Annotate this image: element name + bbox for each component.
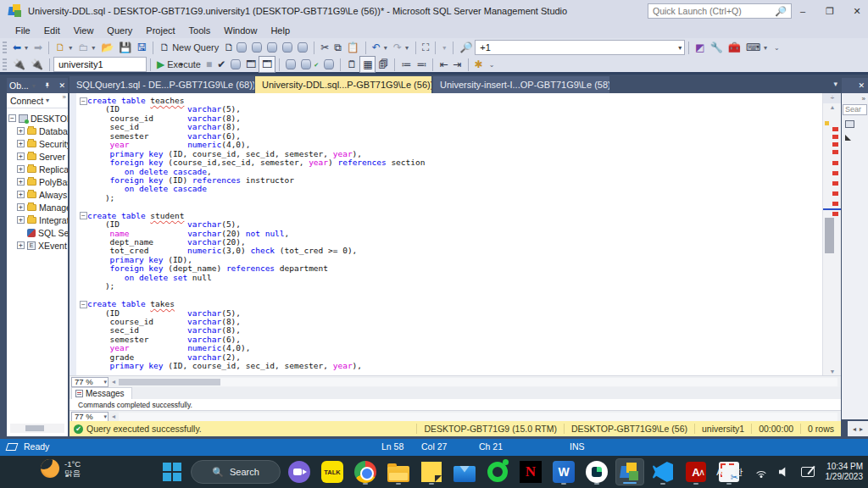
close-icon[interactable]: ✕ [58, 81, 65, 90]
tray-clock[interactable]: 10:34 PM 1/29/2023 [826, 462, 864, 482]
connect-button[interactable]: Connect [10, 96, 43, 106]
disabled-combo-caret[interactable]: ▾ [439, 39, 449, 56]
parse-button[interactable]: ✔ [214, 56, 228, 73]
selector-tool-button[interactable]: ⛶ [420, 39, 431, 56]
toolbar-grip[interactable] [3, 58, 7, 70]
tab-university-ddl-active[interactable]: University-DDL.sql...P-GBT71G9\Le (56))*… [255, 76, 431, 93]
expand-icon[interactable]: + [17, 191, 25, 198]
menu-window[interactable]: Window [217, 24, 264, 37]
taskbar-app-chrome[interactable] [351, 458, 380, 485]
fold-collapse-icon[interactable]: − [80, 212, 87, 219]
sqlcmd-mode-button[interactable] [321, 56, 337, 73]
taskbar-app-netflix[interactable]: N [516, 458, 545, 485]
toolbox-icon[interactable]: 🧰 [726, 39, 743, 56]
right-panel-header[interactable]: ✕ [842, 78, 868, 93]
expand-icon[interactable]: + [17, 152, 25, 160]
right-panel-search-input[interactable]: Sear [843, 104, 867, 115]
code-line[interactable]: ); [76, 282, 821, 291]
results-to-grid-button[interactable]: ▦ [359, 56, 376, 73]
overflow-chevron-icon[interactable]: » [63, 93, 66, 101]
expand-icon[interactable]: + [17, 203, 25, 211]
new-mds-query-button[interactable]: 🗋 [221, 39, 249, 56]
add-item-button[interactable]: 🗀▾ [75, 39, 98, 56]
pen-tablet-icon[interactable] [801, 467, 815, 477]
scroll-left-arrow[interactable]: ◂ [108, 378, 119, 385]
editor-hscrollbar[interactable] [119, 378, 837, 386]
editor-vscrollbar[interactable]: ÷ ▲ ▼ [822, 93, 841, 375]
taskbar-app-word[interactable]: W [549, 458, 578, 485]
command-window-button[interactable]: ⌨▾ [743, 39, 771, 56]
scroll-down-arrow[interactable]: ▼ [823, 369, 841, 374]
redo-button[interactable]: ↷▾ [391, 39, 412, 56]
restore-button[interactable]: ❐ [824, 6, 836, 17]
tray-ime-latin[interactable]: A [716, 467, 722, 477]
new-mdx-query-button[interactable] [264, 39, 280, 56]
code-line[interactable] [76, 202, 821, 211]
navigate-back-button[interactable]: ⬅▾ [10, 39, 31, 56]
display-estimated-plan-button[interactable] [228, 56, 243, 73]
save-button[interactable]: 💾 [116, 39, 134, 56]
menu-edit[interactable]: Edit [37, 24, 67, 37]
new-dmx-query-button[interactable] [249, 39, 264, 56]
taskbar-app-mcircle[interactable] [582, 458, 611, 485]
wrench-icon[interactable]: 🔧 [708, 39, 726, 56]
taskbar-app-video[interactable] [285, 458, 314, 485]
menu-query[interactable]: Query [100, 24, 139, 37]
code-line[interactable]: ); [76, 194, 821, 202]
taskbar-app-ssms-active[interactable] [615, 458, 644, 485]
toolbar-overflow[interactable]: ⌄ [486, 56, 498, 73]
include-client-stats-button[interactable]: ✔ [298, 56, 321, 73]
decrease-indent-button[interactable]: ⇤ [437, 56, 450, 73]
tree-node-management[interactable]: +Manage [7, 201, 68, 214]
connect-toolbar[interactable]: Connect ▾ » [7, 93, 68, 108]
copy-button[interactable]: ⧉ [331, 39, 344, 56]
comment-button[interactable]: ≔ [398, 56, 414, 73]
collapse-icon[interactable]: − [8, 114, 16, 122]
tab-messages[interactable]: Messages [71, 387, 132, 399]
object-explorer-hscrollbar[interactable] [10, 424, 64, 433]
tree-node-replication[interactable]: +Replicati [7, 163, 68, 175]
database-combo[interactable]: ▾ [53, 57, 147, 72]
intellisense-button[interactable] [283, 56, 298, 73]
messages-hscrollbar[interactable] [119, 413, 837, 421]
tree-node-integration[interactable]: +Integrati [7, 214, 68, 226]
save-all-button[interactable]: 🖫 [134, 39, 149, 56]
tree-node-always-on[interactable]: +Always ( [7, 188, 68, 201]
tree-node-xevent[interactable]: +EXEvent P [7, 239, 68, 252]
taskbar-app-line[interactable] [483, 458, 512, 485]
search-icon[interactable]: 🔎 [775, 6, 787, 17]
tree-node-server[interactable]: −DESKTOP- [7, 112, 68, 125]
quick-launch-input[interactable] [648, 6, 775, 16]
fold-collapse-icon[interactable]: − [80, 301, 87, 308]
taskbar-app-mail[interactable] [450, 458, 479, 485]
close-button[interactable]: ✕ [851, 6, 863, 17]
new-dax-query-button[interactable] [295, 39, 310, 56]
taskbar-app-notes[interactable] [417, 458, 446, 485]
close-icon[interactable]: ✕ [858, 81, 865, 90]
include-actual-plan-button[interactable]: 🗔 [259, 56, 275, 73]
code-line[interactable]: primary key (ID, course_id, sec_id, seme… [76, 362, 821, 370]
taskbar-search[interactable]: 🔍Search [191, 460, 281, 484]
fold-collapse-icon[interactable]: − [80, 97, 87, 105]
tray-ime-korean[interactable]: 한 [734, 466, 743, 479]
scroll-up-arrow[interactable]: ▲ [823, 104, 841, 110]
query-options-button[interactable]: 🗔 [243, 56, 259, 73]
code-line[interactable]: on delete cascade [76, 185, 821, 193]
taskbar-app-kakaotalk[interactable]: TALK [318, 458, 347, 485]
find-combo-input[interactable] [476, 42, 677, 53]
execute-button[interactable]: ▶Execute [154, 56, 203, 73]
weather-widget[interactable]: -1°C 맑음 [41, 459, 81, 478]
wifi-icon[interactable] [754, 467, 768, 478]
expand-icon[interactable]: + [17, 140, 25, 147]
menu-file[interactable]: File [8, 24, 37, 37]
overflow-chevron-icon[interactable]: » [842, 93, 868, 103]
window-icon[interactable] [845, 120, 854, 128]
tab-sqlquery1[interactable]: SQLQuery1.sql - DE...P-GBT71G9\Le (68))* [70, 76, 254, 93]
change-connection-icon[interactable]: 🔌 [28, 56, 46, 73]
new-project-button[interactable]: 🗋▾ [53, 39, 75, 56]
results-to-file-button[interactable]: 🗐 [376, 56, 391, 73]
menu-view[interactable]: View [67, 24, 101, 37]
object-explorer-details-button[interactable]: ◩ [693, 39, 707, 56]
scroll-left-arrow[interactable]: ◂ [108, 413, 119, 420]
taskbar-app-vscode[interactable] [648, 458, 677, 485]
